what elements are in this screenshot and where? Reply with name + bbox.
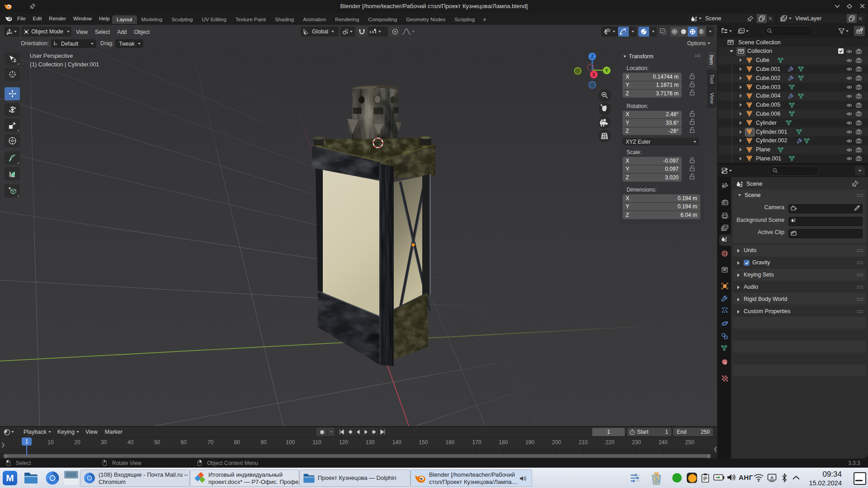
svg-text:Y: Y [605,68,609,73]
svg-text:A: A [770,475,774,480]
svg-text:X: X [592,72,596,77]
svg-text:Z: Z [591,54,594,59]
